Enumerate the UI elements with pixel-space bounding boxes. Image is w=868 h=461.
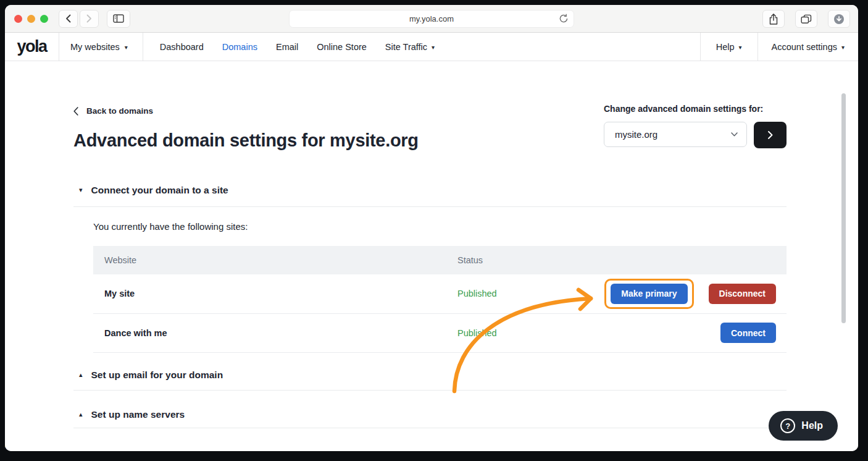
page-content: Back to domains Advanced domain settings… — [5, 61, 858, 451]
share-icon — [769, 13, 778, 25]
make-primary-button[interactable]: Make primary — [611, 284, 687, 304]
column-header-website: Website — [93, 255, 457, 265]
back-to-domains-link[interactable]: Back to domains — [73, 106, 153, 116]
disconnect-button[interactable]: Disconnect — [709, 284, 776, 304]
browser-titlebar: my.yola.com — [5, 5, 858, 33]
chevron-right-icon — [768, 131, 773, 139]
account-settings-dropdown[interactable]: Account settings ▾ — [757, 33, 858, 61]
help-dropdown[interactable]: Help ▾ — [700, 33, 757, 61]
chevron-right-icon — [86, 14, 92, 23]
status-badge: Published — [457, 289, 497, 298]
primary-nav: Dashboard Domains Email Online Store Sit… — [160, 33, 435, 61]
section-title: Set up name servers — [91, 409, 185, 420]
browser-forward-button[interactable] — [80, 10, 99, 28]
refresh-button[interactable] — [559, 14, 569, 25]
email-section: ▴ Set up email for your domain — [73, 353, 787, 391]
sites-table: Website Status My site Published Make pr… — [93, 246, 787, 353]
nameservers-section: ▴ Set up name servers — [73, 391, 787, 428]
share-button[interactable] — [762, 10, 785, 28]
caret-down-icon: ▾ — [125, 44, 128, 51]
site-name: Dance with me — [93, 328, 457, 338]
domain-select[interactable]: mysite.org — [604, 122, 747, 147]
my-websites-label: My websites — [70, 42, 120, 52]
domain-switcher-label: Change advanced domain settings for: — [604, 104, 787, 114]
caret-up-icon: ▴ — [79, 371, 83, 378]
chevron-down-icon — [731, 132, 738, 137]
table-row: Dance with me Published Connect — [93, 314, 787, 353]
browser-window: my.yola.com — [5, 5, 858, 451]
site-name: My site — [93, 289, 457, 298]
nav-link-online-store[interactable]: Online Store — [317, 42, 367, 52]
back-link-label: Back to domains — [86, 106, 153, 116]
tab-overview-button[interactable] — [795, 10, 817, 28]
sites-table-header: Website Status — [93, 246, 787, 274]
scrollbar-thumb[interactable] — [841, 93, 846, 323]
nav-link-domains[interactable]: Domains — [222, 42, 257, 52]
connect-button[interactable]: Connect — [720, 323, 776, 343]
caret-down-icon: ▾ — [79, 187, 83, 193]
downloads-button[interactable] — [828, 10, 850, 28]
yola-logo-text: yola — [17, 37, 46, 56]
my-websites-dropdown[interactable]: My websites ▾ — [59, 33, 143, 61]
column-header-status: Status — [457, 255, 483, 265]
question-circle-icon: ? — [780, 418, 795, 433]
domain-switch-go-button[interactable] — [754, 122, 787, 148]
sidebar-toggle-button[interactable] — [107, 10, 130, 28]
caret-down-icon: ▾ — [739, 44, 742, 51]
section-title: Set up email for your domain — [91, 370, 223, 381]
section-title: Connect your domain to a site — [91, 185, 228, 196]
yola-logo[interactable]: yola — [5, 33, 59, 61]
browser-back-button[interactable] — [59, 10, 78, 28]
download-icon — [833, 14, 845, 25]
nav-link-dashboard[interactable]: Dashboard — [160, 42, 204, 52]
nav-link-email[interactable]: Email — [276, 42, 298, 52]
traffic-lights — [14, 15, 48, 23]
caret-up-icon: ▴ — [79, 411, 83, 418]
connect-domain-section: ▾ Connect your domain to a site You curr… — [73, 185, 787, 353]
zoom-window-button[interactable] — [40, 15, 48, 23]
address-bar[interactable]: my.yola.com — [289, 10, 574, 28]
nav-link-site-traffic[interactable]: Site Traffic ▾ — [385, 42, 435, 52]
refresh-icon — [559, 14, 569, 23]
account-settings-label: Account settings — [772, 42, 837, 52]
address-bar-url: my.yola.com — [409, 14, 454, 23]
domain-select-value: mysite.org — [615, 129, 657, 140]
nameservers-section-header[interactable]: ▴ Set up name servers — [73, 391, 787, 428]
chevron-left-icon — [65, 14, 71, 23]
table-row: My site Published Make primary Disconnec… — [93, 274, 787, 314]
status-badge: Published — [457, 328, 497, 338]
email-section-header[interactable]: ▴ Set up email for your domain — [73, 353, 787, 391]
connect-domain-section-header[interactable]: ▾ Connect your domain to a site — [73, 185, 787, 207]
chevron-left-icon — [73, 107, 78, 116]
minimize-window-button[interactable] — [27, 15, 35, 23]
help-widget-label: Help — [801, 420, 823, 431]
close-window-button[interactable] — [14, 15, 22, 23]
annotation-highlight-box: Make primary — [604, 279, 693, 309]
help-widget-button[interactable]: ? Help — [769, 411, 838, 441]
sites-intro-text: You currently have the following sites: — [93, 221, 787, 232]
help-label: Help — [716, 42, 735, 52]
domain-switcher: Change advanced domain settings for: mys… — [604, 104, 787, 148]
caret-down-icon: ▾ — [432, 44, 435, 51]
sidebar-icon — [113, 14, 124, 23]
tabs-icon — [801, 14, 812, 24]
caret-down-icon: ▾ — [841, 44, 845, 51]
app-navbar: yola My websites ▾ Dashboard Domains Ema… — [5, 33, 858, 61]
